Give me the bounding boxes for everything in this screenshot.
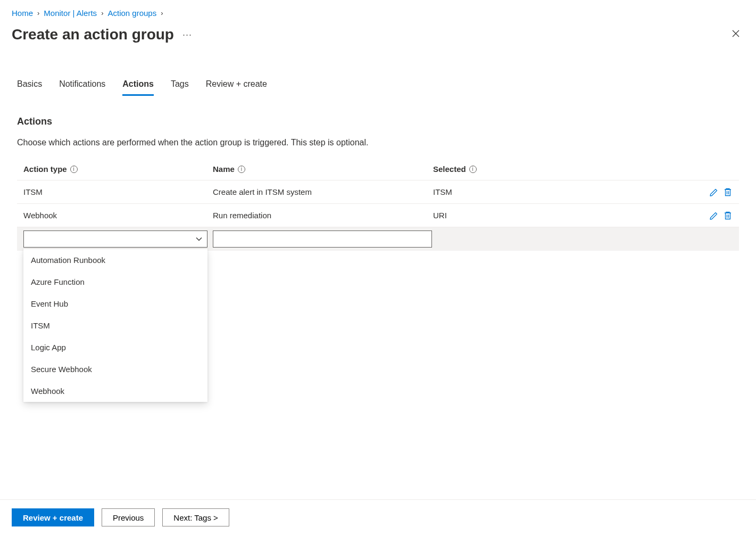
pencil-icon <box>709 211 719 220</box>
edit-button[interactable] <box>709 211 719 220</box>
table-row: Webhook Run remediation URI <box>17 204 739 227</box>
trash-icon <box>723 211 733 220</box>
dropdown-option-automation-runbook[interactable]: Automation Runbook <box>23 249 207 271</box>
tabs: Basics Notifications Actions Tags Review… <box>0 43 756 96</box>
delete-button[interactable] <box>723 211 733 220</box>
dropdown-option-azure-function[interactable]: Azure Function <box>23 271 207 293</box>
dropdown-option-webhook[interactable]: Webhook <box>23 380 207 402</box>
close-icon <box>732 29 740 38</box>
previous-button[interactable]: Previous <box>102 508 155 526</box>
cell-action-type: ITSM <box>23 187 213 196</box>
table-row: ITSM Create alert in ITSM system ITSM <box>17 180 739 204</box>
delete-button[interactable] <box>723 187 733 197</box>
cell-selected: URI <box>433 211 695 220</box>
tab-actions[interactable]: Actions <box>122 79 154 96</box>
cell-selected: ITSM <box>433 187 695 196</box>
breadcrumb-action-groups[interactable]: Action groups <box>107 9 156 18</box>
breadcrumb-home[interactable]: Home <box>12 9 33 18</box>
tab-notifications[interactable]: Notifications <box>59 79 105 96</box>
chevron-right-icon: › <box>161 9 163 17</box>
breadcrumb-monitor-alerts[interactable]: Monitor | Alerts <box>44 9 97 18</box>
actions-section: Actions Choose which actions are perform… <box>0 96 756 251</box>
review-create-button[interactable]: Review + create <box>12 508 94 526</box>
cell-name: Run remediation <box>213 211 433 220</box>
cell-action-type: Webhook <box>23 211 213 220</box>
column-action-type: Action type <box>23 164 67 174</box>
tab-tags[interactable]: Tags <box>171 79 189 96</box>
info-icon[interactable]: i <box>70 166 78 173</box>
page-title: Create an action group <box>12 26 174 43</box>
footer: Review + create Previous Next: Tags > <box>0 499 756 535</box>
edit-button[interactable] <box>709 187 719 197</box>
section-title: Actions <box>17 116 739 127</box>
dropdown-option-event-hub[interactable]: Event Hub <box>23 293 207 315</box>
table-header: Action type i Name i Selected i <box>17 164 739 180</box>
new-action-row: Automation Runbook Azure Function Event … <box>17 227 739 251</box>
action-type-dropdown[interactable] <box>23 231 207 248</box>
tab-basics[interactable]: Basics <box>17 79 42 96</box>
chevron-right-icon: › <box>37 9 39 17</box>
column-name: Name <box>213 164 235 174</box>
chevron-down-icon <box>195 235 203 243</box>
page-header: Create an action group ··· <box>0 22 756 43</box>
column-selected: Selected <box>433 164 466 174</box>
info-icon[interactable]: i <box>238 166 245 173</box>
section-description: Choose which actions are performed when … <box>17 138 739 147</box>
chevron-right-icon: › <box>101 9 103 17</box>
cell-name: Create alert in ITSM system <box>213 187 433 196</box>
next-button[interactable]: Next: Tags > <box>162 508 229 526</box>
dropdown-option-itsm[interactable]: ITSM <box>23 315 207 336</box>
info-icon[interactable]: i <box>469 166 477 173</box>
dropdown-option-secure-webhook[interactable]: Secure Webhook <box>23 358 207 380</box>
trash-icon <box>723 187 733 197</box>
dropdown-panel: Automation Runbook Azure Function Event … <box>23 249 207 402</box>
action-name-input[interactable] <box>213 231 432 248</box>
more-icon[interactable]: ··· <box>182 29 192 40</box>
pencil-icon <box>709 187 719 197</box>
close-button[interactable] <box>727 27 744 43</box>
tab-review-create[interactable]: Review + create <box>206 79 267 96</box>
dropdown-option-logic-app[interactable]: Logic App <box>23 336 207 358</box>
breadcrumb: Home › Monitor | Alerts › Action groups … <box>0 0 756 22</box>
